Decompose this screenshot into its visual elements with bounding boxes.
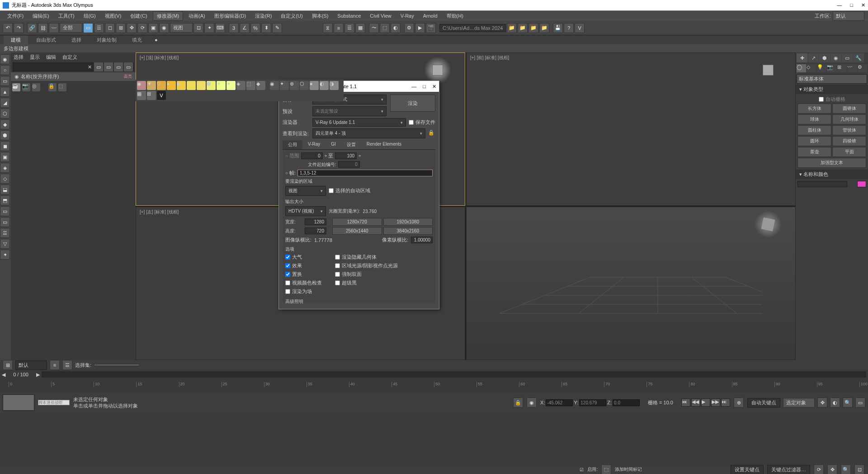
frames-input[interactable] bbox=[297, 170, 433, 176]
width-spinner[interactable]: 1280 bbox=[305, 218, 326, 225]
se-filter-1[interactable]: ◉ bbox=[0, 54, 10, 64]
viewport-layout-button[interactable]: ⊞ bbox=[3, 360, 13, 370]
time-ruler[interactable]: 0510152025303540455055606570758085909510… bbox=[0, 379, 868, 390]
vray-tool-6[interactable]: ⬡ bbox=[187, 81, 196, 90]
unlink-button[interactable]: ⛓ bbox=[38, 23, 48, 33]
se-toolbar-3[interactable]: ▭ bbox=[113, 62, 123, 72]
dlg-tab-common[interactable]: 公用 bbox=[283, 140, 302, 149]
cmd-sub-lights[interactable]: 💡 bbox=[817, 64, 826, 72]
menu-edit[interactable]: 编辑(E) bbox=[29, 12, 53, 20]
dlg-tab-gi[interactable]: GI bbox=[326, 140, 341, 149]
opt-super-black[interactable] bbox=[335, 280, 340, 285]
range-to-spinner[interactable]: 100 bbox=[335, 152, 357, 159]
preset-3840x2160[interactable]: 3840x2160 bbox=[383, 227, 433, 235]
nav-8[interactable]: ⊡ bbox=[854, 465, 864, 474]
rollout-name-color[interactable]: ▾ 名称和颜色 bbox=[796, 170, 868, 179]
vray-tool-16[interactable]: ⊕ bbox=[290, 81, 299, 90]
select-move-button[interactable]: ✥ bbox=[127, 23, 137, 33]
select-by-name-button[interactable]: ☰ bbox=[94, 23, 104, 33]
menu-help[interactable]: 帮助(H) bbox=[443, 12, 467, 20]
vray-tool-23[interactable]: V bbox=[157, 91, 166, 100]
prev-frame[interactable]: ◀◀ bbox=[691, 398, 700, 407]
se-filter-17[interactable]: ☰ bbox=[0, 228, 10, 238]
percent-snap-button[interactable]: % bbox=[250, 23, 260, 33]
se-select-tab[interactable]: 选择 bbox=[14, 54, 24, 61]
viewcube-top[interactable] bbox=[424, 57, 451, 84]
ref-coord-dropdown[interactable]: 视图 bbox=[170, 23, 193, 33]
opt-atmospherics[interactable] bbox=[285, 255, 290, 260]
select-object-button[interactable]: ▭ bbox=[83, 23, 93, 33]
viewport-front-label[interactable]: [+] [前] [标准] [线框] bbox=[470, 55, 509, 61]
opt-render-fields[interactable] bbox=[285, 289, 290, 294]
save-button[interactable]: 💾 bbox=[553, 23, 563, 33]
opt-render-hidden[interactable] bbox=[335, 255, 340, 260]
play[interactable]: ▶ bbox=[701, 398, 710, 407]
nav-2[interactable]: ◐ bbox=[830, 398, 840, 408]
vray-tool-21[interactable]: ▦ bbox=[137, 91, 146, 100]
se-filter-14[interactable]: ⬒ bbox=[0, 195, 10, 205]
layer-btn[interactable]: ≡ bbox=[50, 360, 60, 370]
dlg-tab-render-elements[interactable]: Render Elements bbox=[361, 140, 407, 149]
se-icon-lock[interactable]: 🔒 bbox=[48, 83, 57, 91]
se-filter-8[interactable]: ⬢ bbox=[0, 130, 10, 140]
opt-effects[interactable] bbox=[285, 263, 290, 268]
time-slider[interactable] bbox=[42, 371, 866, 378]
auto-region-checkbox[interactable] bbox=[329, 188, 334, 193]
prim-pyramid[interactable]: 四棱锥 bbox=[832, 136, 866, 146]
bind-spacewarp-button[interactable]: 〰 bbox=[49, 23, 59, 33]
nav-3[interactable]: 🔍 bbox=[843, 398, 853, 408]
y-coord-input[interactable] bbox=[579, 399, 606, 406]
range-from-spinner[interactable]: 0 bbox=[301, 152, 323, 159]
menu-arnold[interactable]: Arnold bbox=[420, 12, 441, 19]
nav-5[interactable]: ⟳ bbox=[814, 465, 824, 474]
lock-view-icon[interactable]: 🔒 bbox=[428, 130, 435, 137]
se-toolbar-4[interactable]: ▭ bbox=[123, 62, 133, 72]
render-production-button[interactable]: 🎬 bbox=[426, 23, 436, 33]
menu-graph-editors[interactable]: 图形编辑器(D) bbox=[211, 12, 250, 20]
goto-end[interactable]: ⏭ bbox=[721, 398, 730, 407]
x-coord-input[interactable] bbox=[546, 399, 573, 406]
file-start-spinner[interactable]: 0 bbox=[338, 161, 360, 168]
se-icon-extra[interactable]: ⬚ bbox=[58, 83, 66, 91]
schematic-view-button[interactable]: ⬚ bbox=[380, 23, 390, 33]
menu-substance[interactable]: Substance bbox=[334, 12, 364, 19]
height-spinner[interactable]: 720 bbox=[305, 228, 326, 234]
vray-tool-1[interactable]: ◉ bbox=[137, 81, 146, 90]
prim-tube[interactable]: 管状体 bbox=[832, 125, 866, 135]
vray-tool-17[interactable]: ⬡ bbox=[300, 81, 309, 90]
menu-scripting[interactable]: 脚本(S) bbox=[308, 12, 332, 20]
cmd-tab-hierarchy[interactable]: ⬢ bbox=[819, 53, 830, 62]
selected-obj-dropdown[interactable]: 选定对象 bbox=[783, 398, 815, 408]
cmd-sub-systems[interactable]: ⚙ bbox=[858, 64, 867, 72]
menu-modifiers[interactable]: 修改器(M) bbox=[153, 11, 184, 21]
prim-cylinder[interactable]: 圆柱体 bbox=[797, 125, 831, 135]
dlg-tab-vray[interactable]: V-Ray bbox=[302, 140, 326, 149]
auto-key-button[interactable]: 自动关键点 bbox=[747, 398, 780, 408]
se-filter-13[interactable]: ⬓ bbox=[0, 185, 10, 194]
key-filter-button[interactable]: 关键点过滤器… bbox=[767, 465, 810, 474]
prim-textplus[interactable]: 加强型文本 bbox=[797, 158, 866, 168]
ribbon-tab-modeling[interactable]: 建模 bbox=[4, 36, 28, 44]
cmd-sub-cameras[interactable]: 📷 bbox=[827, 64, 836, 72]
prim-box[interactable]: 长方体 bbox=[797, 104, 831, 114]
vray-tool-14[interactable]: ◉ bbox=[270, 81, 279, 90]
time-prev[interactable]: ◀ bbox=[2, 372, 5, 378]
ribbon-tab-selection[interactable]: 选择 bbox=[64, 36, 89, 44]
renderer-dropdown[interactable]: V-Ray 6 Update 1.1 bbox=[312, 118, 406, 127]
viewcube-persp[interactable] bbox=[755, 211, 782, 238]
se-filter-15[interactable]: ▭ bbox=[0, 206, 10, 216]
opt-force-2sided[interactable] bbox=[335, 272, 340, 277]
next-frame[interactable]: ▶▶ bbox=[711, 398, 720, 407]
help-button[interactable]: ? bbox=[564, 23, 574, 33]
vray-tool-2[interactable]: ▼ bbox=[147, 81, 156, 90]
ribbon-tab-populate[interactable]: 填充 bbox=[125, 36, 149, 44]
minimize-button[interactable]: — bbox=[837, 2, 842, 8]
se-filter-10[interactable]: ▣ bbox=[0, 152, 10, 162]
se-edit-tab[interactable]: 编辑 bbox=[46, 54, 56, 61]
se-filter-4[interactable]: ▲ bbox=[0, 87, 10, 97]
prim-cone[interactable]: 圆锥体 bbox=[832, 104, 866, 114]
undo-button[interactable]: ↶ bbox=[3, 23, 13, 33]
output-preset-dropdown[interactable]: HDTV (视频) bbox=[285, 206, 326, 216]
cmd-sub-helpers[interactable]: ⊞ bbox=[837, 64, 847, 72]
render-button[interactable]: 渲染 bbox=[390, 95, 435, 112]
